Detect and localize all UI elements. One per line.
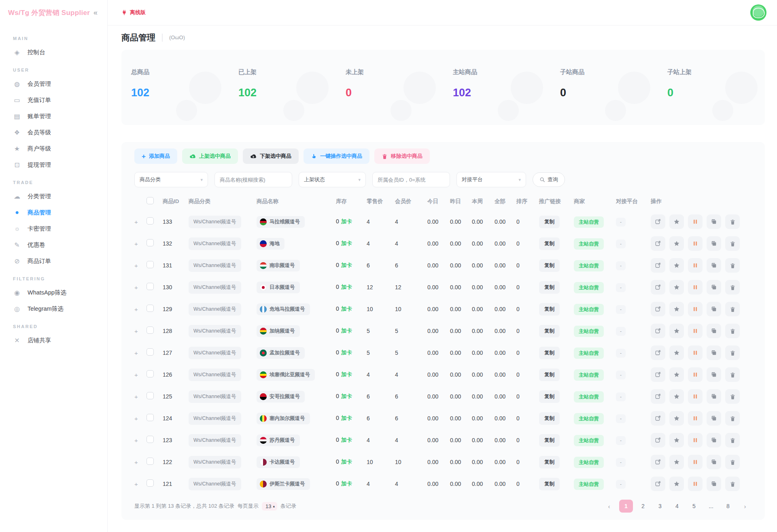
page-button[interactable]: 8 [721, 500, 735, 513]
page-button[interactable]: 1 [619, 500, 633, 513]
name-search-input[interactable] [214, 172, 292, 187]
edit-button[interactable] [651, 367, 665, 382]
edit-button[interactable] [651, 324, 665, 338]
member-id-input[interactable] [372, 172, 450, 187]
favorite-button[interactable] [669, 345, 684, 360]
row-expander-button[interactable]: + [134, 284, 146, 291]
favorite-button[interactable] [669, 302, 684, 316]
delete-button[interactable] [725, 433, 740, 447]
pause-button[interactable] [688, 477, 703, 491]
favorite-button[interactable] [669, 389, 684, 404]
copy-button[interactable] [707, 367, 721, 382]
copy-promo-link-button[interactable]: 复制 [539, 434, 560, 447]
next-page-button[interactable]: › [738, 500, 752, 513]
sidebar-item[interactable]: ⊘ 商品订单 [0, 253, 107, 269]
remove-selected-button[interactable]: 移除选中商品 [374, 148, 430, 164]
row-expander-button[interactable]: + [134, 481, 146, 487]
status-select[interactable]: 上架状态 ▾ [299, 172, 366, 187]
page-button[interactable]: 4 [670, 500, 684, 513]
favorite-button[interactable] [669, 455, 684, 469]
add-card-link[interactable]: 加卡 [341, 240, 352, 246]
copy-promo-link-button[interactable]: 复制 [539, 369, 560, 381]
copy-promo-link-button[interactable]: 复制 [539, 259, 560, 272]
favorite-button[interactable] [669, 477, 684, 491]
sidebar-item[interactable]: ✎ 优惠卷 [0, 237, 107, 253]
select-all-checkbox[interactable] [146, 197, 154, 204]
sidebar-item[interactable]: ◈ 控制台 [0, 44, 107, 60]
search-button[interactable]: 查询 [533, 172, 565, 187]
row-checkbox[interactable] [146, 436, 154, 443]
sidebar-item[interactable]: ▤ 账单管理 [0, 108, 107, 124]
copy-promo-link-button[interactable]: 复制 [539, 237, 560, 250]
delete-button[interactable] [725, 477, 740, 491]
copy-promo-link-button[interactable]: 复制 [539, 347, 560, 359]
add-card-link[interactable]: 加卡 [341, 371, 352, 377]
delete-button[interactable] [725, 324, 740, 338]
add-product-button[interactable]: + 添加商品 [134, 148, 177, 164]
row-checkbox[interactable] [146, 217, 154, 225]
row-checkbox[interactable] [146, 479, 154, 487]
add-card-link[interactable]: 加卡 [341, 306, 352, 312]
row-expander-button[interactable]: + [134, 240, 146, 247]
pause-button[interactable] [688, 433, 703, 447]
delete-button[interactable] [725, 302, 740, 316]
row-expander-button[interactable]: + [134, 437, 146, 444]
row-expander-button[interactable]: + [134, 306, 146, 313]
pause-button[interactable] [688, 367, 703, 382]
edit-button[interactable] [651, 389, 665, 404]
row-checkbox[interactable] [146, 239, 154, 246]
copy-button[interactable] [707, 455, 721, 469]
page-button[interactable]: ... [704, 500, 718, 513]
add-card-link[interactable]: 加卡 [341, 393, 352, 399]
copy-promo-link-button[interactable]: 复制 [539, 412, 560, 425]
add-card-link[interactable]: 加卡 [341, 328, 352, 334]
pause-button[interactable] [688, 411, 703, 426]
sidebar-item[interactable]: ● 商品管理 [0, 204, 107, 220]
copy-button[interactable] [707, 477, 721, 491]
add-card-link[interactable]: 加卡 [341, 459, 352, 465]
row-expander-button[interactable]: + [134, 350, 146, 356]
row-checkbox[interactable] [146, 305, 154, 312]
row-expander-button[interactable]: + [134, 393, 146, 400]
row-checkbox[interactable] [146, 414, 154, 421]
sidebar-item[interactable]: ★ 商户等级 [0, 140, 107, 157]
row-checkbox[interactable] [146, 283, 154, 290]
sidebar-item[interactable]: ❖ 会员等级 [0, 124, 107, 140]
copy-button[interactable] [707, 411, 721, 426]
delete-button[interactable] [725, 367, 740, 382]
edit-button[interactable] [651, 236, 665, 251]
delete-button[interactable] [725, 258, 740, 273]
delete-button[interactable] [725, 280, 740, 295]
sidebar-item[interactable]: ✕ 店铺共享 [0, 332, 107, 348]
row-expander-button[interactable]: + [134, 415, 146, 422]
copy-button[interactable] [707, 324, 721, 338]
prev-page-button[interactable]: ‹ [602, 500, 616, 513]
copy-button[interactable] [707, 236, 721, 251]
favorite-button[interactable] [669, 280, 684, 295]
add-card-link[interactable]: 加卡 [341, 262, 352, 268]
copy-button[interactable] [707, 345, 721, 360]
sidebar-item[interactable]: ☁ 分类管理 [0, 188, 107, 204]
edit-button[interactable] [651, 280, 665, 295]
copy-button[interactable] [707, 433, 721, 447]
add-card-link[interactable]: 加卡 [341, 437, 352, 443]
avatar[interactable] [750, 4, 766, 21]
copy-button[interactable] [707, 214, 721, 229]
edit-button[interactable] [651, 345, 665, 360]
copy-promo-link-button[interactable]: 复制 [539, 390, 560, 403]
page-size-select[interactable]: 13 ▴ [262, 502, 277, 511]
pause-button[interactable] [688, 455, 703, 469]
offshelf-selected-button[interactable]: 下架选中商品 [243, 148, 299, 164]
favorite-button[interactable] [669, 433, 684, 447]
delete-button[interactable] [725, 455, 740, 469]
add-card-link[interactable]: 加卡 [341, 415, 352, 421]
row-checkbox[interactable] [146, 392, 154, 399]
pause-button[interactable] [688, 280, 703, 295]
copy-button[interactable] [707, 389, 721, 404]
sidebar-collapse-icon[interactable]: « [93, 8, 98, 17]
page-button[interactable]: 5 [687, 500, 701, 513]
favorite-button[interactable] [669, 367, 684, 382]
platform-select[interactable]: 对接平台 ▾ [456, 172, 526, 187]
add-card-link[interactable]: 加卡 [341, 218, 352, 225]
delete-button[interactable] [725, 389, 740, 404]
